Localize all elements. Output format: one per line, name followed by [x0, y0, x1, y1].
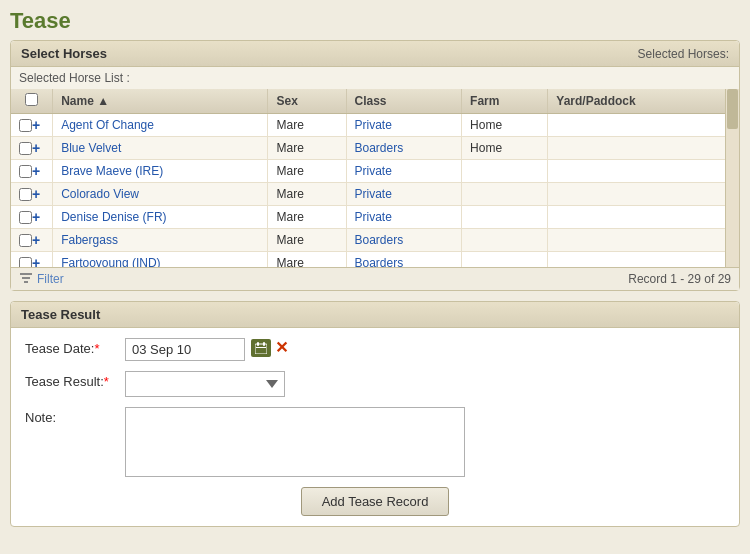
- tease-date-input[interactable]: [125, 338, 245, 361]
- row-class: Boarders: [346, 229, 462, 252]
- row-farm: [462, 252, 548, 268]
- row-farm: [462, 206, 548, 229]
- svg-rect-3: [255, 344, 267, 354]
- row-name[interactable]: Fabergass: [53, 229, 268, 252]
- row-name[interactable]: Brave Maeve (IRE): [53, 160, 268, 183]
- row-class: Private: [346, 160, 462, 183]
- page-title: Tease: [10, 8, 740, 34]
- row-plus-icon[interactable]: +: [32, 117, 40, 133]
- tease-date-row: Tease Date:* ✕: [25, 338, 725, 361]
- table-row: + Denise Denise (FR) Mare Private: [11, 206, 739, 229]
- row-sex: Mare: [268, 137, 346, 160]
- row-class: Private: [346, 183, 462, 206]
- table-row: + Blue Velvet Mare Boarders Home: [11, 137, 739, 160]
- row-plus-icon[interactable]: +: [32, 186, 40, 202]
- filter-link[interactable]: Filter: [19, 272, 64, 286]
- svg-rect-1: [22, 277, 30, 279]
- scrollbar-thumb: [727, 89, 738, 129]
- tease-result-title: Tease Result: [21, 307, 100, 322]
- tease-result-body: Tease Date:* ✕: [11, 328, 739, 526]
- clear-date-icon[interactable]: ✕: [275, 338, 288, 357]
- row-sex: Mare: [268, 252, 346, 268]
- row-name[interactable]: Fartooyoung (IND): [53, 252, 268, 268]
- note-textarea[interactable]: [125, 407, 465, 477]
- row-yard: [548, 114, 739, 137]
- row-yard: [548, 160, 739, 183]
- row-sex: Mare: [268, 183, 346, 206]
- record-count: Record 1 - 29 of 29: [628, 272, 731, 286]
- col-yard: Yard/Paddock: [548, 89, 739, 114]
- row-plus-icon[interactable]: +: [32, 163, 40, 179]
- table-row: + Agent Of Change Mare Private Home: [11, 114, 739, 137]
- row-yard: [548, 229, 739, 252]
- row-farm: [462, 160, 548, 183]
- row-checkbox[interactable]: [19, 234, 32, 247]
- table-scrollbar[interactable]: [725, 89, 739, 267]
- row-plus-icon[interactable]: +: [32, 140, 40, 156]
- filter-label: Filter: [37, 272, 64, 286]
- table-footer: Filter Record 1 - 29 of 29: [11, 267, 739, 290]
- tease-result-label: Tease Result:*: [25, 371, 125, 389]
- row-checkbox[interactable]: [19, 188, 32, 201]
- row-plus-icon[interactable]: +: [32, 209, 40, 225]
- table-row: + Colorado View Mare Private: [11, 183, 739, 206]
- svg-rect-2: [24, 281, 28, 283]
- svg-rect-6: [256, 347, 266, 348]
- tease-result-row: Tease Result:*: [25, 371, 725, 397]
- row-class: Boarders: [346, 252, 462, 268]
- row-checkbox[interactable]: [19, 119, 32, 132]
- row-name[interactable]: Denise Denise (FR): [53, 206, 268, 229]
- row-sex: Mare: [268, 114, 346, 137]
- select-horses-title: Select Horses: [21, 46, 107, 61]
- col-sex: Sex: [268, 89, 346, 114]
- col-name: Name ▲: [53, 89, 268, 114]
- filter-icon: [19, 272, 33, 286]
- col-class: Class: [346, 89, 462, 114]
- row-checkbox-cell: +: [11, 183, 53, 206]
- note-label: Note:: [25, 407, 125, 425]
- row-yard: [548, 137, 739, 160]
- row-yard: [548, 252, 739, 268]
- row-yard: [548, 206, 739, 229]
- row-sex: Mare: [268, 229, 346, 252]
- row-checkbox[interactable]: [19, 142, 32, 155]
- add-tease-record-button[interactable]: Add Tease Record: [301, 487, 450, 516]
- horse-table: Name ▲ Sex Class Farm Yard/Paddock + Age…: [11, 89, 739, 267]
- row-plus-icon[interactable]: +: [32, 255, 40, 267]
- row-name[interactable]: Colorado View: [53, 183, 268, 206]
- tease-result-select[interactable]: [125, 371, 285, 397]
- col-farm: Farm: [462, 89, 548, 114]
- row-farm: [462, 229, 548, 252]
- calendar-svg: [255, 342, 267, 354]
- row-checkbox-cell: +: [11, 252, 53, 268]
- add-button-row: Add Tease Record: [25, 487, 725, 516]
- date-icons: ✕: [251, 338, 288, 357]
- select-horses-header: Select Horses Selected Horses:: [11, 41, 739, 67]
- note-row: Note:: [25, 407, 725, 477]
- row-class: Boarders: [346, 137, 462, 160]
- row-checkbox[interactable]: [19, 165, 32, 178]
- row-farm: [462, 183, 548, 206]
- horse-table-wrapper: Name ▲ Sex Class Farm Yard/Paddock + Age…: [11, 89, 739, 267]
- row-checkbox-cell: +: [11, 206, 53, 229]
- row-plus-icon[interactable]: +: [32, 232, 40, 248]
- row-name[interactable]: Blue Velvet: [53, 137, 268, 160]
- row-yard: [548, 183, 739, 206]
- svg-rect-5: [263, 342, 265, 346]
- row-class: Private: [346, 114, 462, 137]
- required-star-result: *: [104, 374, 109, 389]
- tease-result-section: Tease Result Tease Date:*: [10, 301, 740, 527]
- required-star-date: *: [94, 341, 99, 356]
- row-farm: Home: [462, 114, 548, 137]
- row-sex: Mare: [268, 160, 346, 183]
- select-all-checkbox[interactable]: [25, 93, 38, 106]
- row-checkbox[interactable]: [19, 211, 32, 224]
- tease-date-label: Tease Date:*: [25, 338, 125, 356]
- table-row: + Brave Maeve (IRE) Mare Private: [11, 160, 739, 183]
- row-name[interactable]: Agent Of Change: [53, 114, 268, 137]
- calendar-icon[interactable]: [251, 339, 271, 357]
- selected-horses-label: Selected Horses:: [638, 47, 729, 61]
- row-checkbox[interactable]: [19, 257, 32, 268]
- selected-horse-list-label: Selected Horse List :: [11, 67, 739, 89]
- row-checkbox-cell: +: [11, 160, 53, 183]
